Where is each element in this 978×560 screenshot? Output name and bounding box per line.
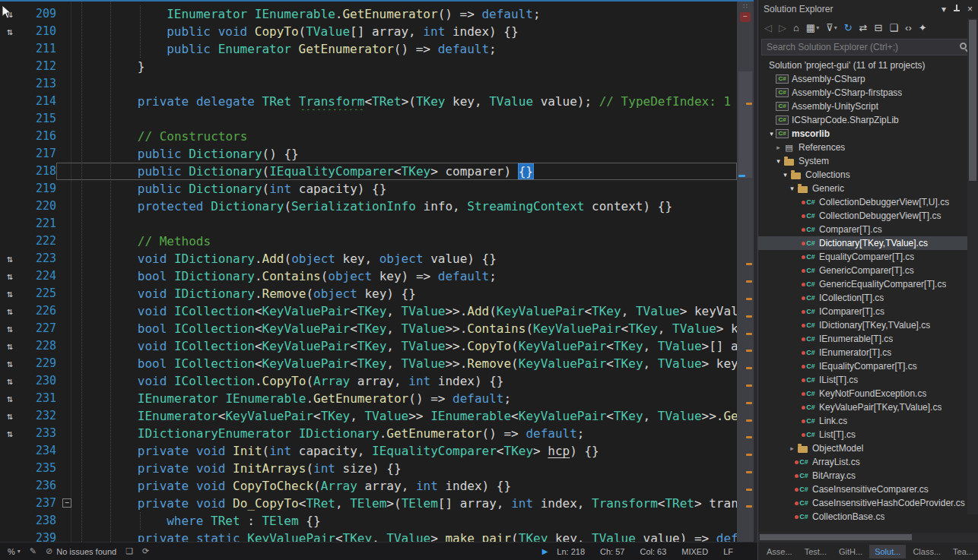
code-line[interactable]: 221 <box>0 215 737 233</box>
code-text[interactable]: void IDictionary.Remove(object key) {} <box>79 285 737 302</box>
code-text[interactable] <box>79 215 737 233</box>
code-text[interactable]: public Dictionary() {} <box>79 145 737 163</box>
code-text[interactable]: public Enumerator GetEnumerator() => def… <box>79 40 737 58</box>
issues-status[interactable]: ⊘ No issues found <box>46 546 116 556</box>
search-input[interactable] <box>761 39 973 55</box>
tree-item[interactable]: IEqualityComparer[T].cs <box>758 359 967 373</box>
collapse-region-button[interactable]: − <box>62 498 71 508</box>
code-line[interactable]: 234private void Init(int capacity, IEqua… <box>0 442 737 460</box>
code-line[interactable]: ⇅230void ICollection.CopyTo(Array array,… <box>0 372 737 390</box>
splitter-grip-icon[interactable]: ∷ <box>737 2 754 11</box>
tree-item[interactable]: ▸References <box>758 141 967 154</box>
panel-tab[interactable]: GitH... <box>834 545 868 558</box>
scrollbar-thumb[interactable] <box>738 71 752 178</box>
code-text[interactable]: IEnumerator IEnumerable.GetEnumerator() … <box>79 390 737 407</box>
implements-icon[interactable]: ⇅ <box>7 425 13 442</box>
tree-item[interactable]: IEnumerable[T].cs <box>758 332 967 346</box>
expand-chevron-icon[interactable]: ▾ <box>767 130 776 138</box>
code-line[interactable]: 239private static KeyValuePair<TKey, TVa… <box>0 530 737 542</box>
code-line[interactable]: 237−private void Do_CopyTo<TRet, TElem>(… <box>0 495 737 512</box>
code-line[interactable]: 238where TRet : TElem {} <box>0 512 737 530</box>
tree-item[interactable]: Link.cs <box>758 414 967 428</box>
code-line[interactable]: 219public Dictionary(int capacity) {} <box>0 180 737 198</box>
code-line[interactable]: 236private void CopyToCheck(Array array,… <box>0 477 737 495</box>
code-line[interactable]: ⇅224bool IDictionary.Contains(object key… <box>0 267 737 285</box>
sync-with-active-document-icon[interactable]: ⇄ <box>859 23 868 33</box>
tree-item[interactable]: Assembly-CSharp <box>758 72 967 86</box>
home-icon[interactable]: ⌂ <box>793 23 799 33</box>
code-text[interactable]: void ICollection.CopyTo(Array array, int… <box>79 372 737 390</box>
tree-item[interactable]: Comparer[T].cs <box>758 223 967 236</box>
tree-item[interactable]: Assembly-CSharp-firstpass <box>758 86 967 100</box>
implements-icon[interactable]: ⇅ <box>7 355 13 372</box>
code-line[interactable]: ⇅210public void CopyTo(TValue[] array, i… <box>0 23 737 40</box>
code-text[interactable]: void ICollection<KeyValuePair<TKey, TVal… <box>79 337 737 355</box>
code-text[interactable]: // Methods <box>79 233 737 250</box>
code-line[interactable]: 220protected Dictionary(SerializationInf… <box>0 198 737 215</box>
tree-item[interactable]: ▾mscorlib <box>758 127 967 141</box>
scrollbar-thumb[interactable] <box>760 534 912 540</box>
code-text[interactable]: private static KeyValuePair<TKey, TValue… <box>79 530 737 542</box>
tree-item[interactable]: GenericComparer[T].cs <box>758 264 967 277</box>
implements-icon[interactable]: ⇅ <box>7 337 13 355</box>
editor-scrollbar[interactable]: ∷ − <box>737 2 754 542</box>
forward-icon[interactable]: ▷ <box>779 23 786 33</box>
code-line[interactable]: 215 <box>0 110 737 128</box>
code-view-icon[interactable]: ‹› <box>905 23 912 33</box>
code-text[interactable]: bool ICollection<KeyValuePair<TKey, TVal… <box>79 320 737 337</box>
code-line[interactable]: 235private void InitArrays(int size) {} <box>0 460 737 477</box>
tree-item[interactable]: ICSharpCode.SharpZipLib <box>758 113 967 127</box>
expand-chevron-icon[interactable]: ▸ <box>774 144 783 151</box>
panel-tab[interactable]: Test... <box>799 545 832 558</box>
code-text[interactable]: where TRet : TElem {} <box>79 512 737 530</box>
panel-tab[interactable]: Solut... <box>869 545 906 558</box>
code-text[interactable]: IDictionaryEnumerator IDictionary.GetEnu… <box>79 425 737 442</box>
tree-item[interactable]: CollectionDebuggerView[T,U].cs <box>758 195 967 209</box>
implements-icon[interactable]: ⇅ <box>7 302 13 320</box>
tree-item[interactable]: KeyNotFoundException.cs <box>758 387 967 400</box>
implements-icon[interactable]: ⇅ <box>7 320 13 337</box>
tree-item[interactable]: CollectionDebuggerView[T].cs <box>758 209 967 223</box>
code-text[interactable] <box>79 75 737 93</box>
panel-tab[interactable]: Tea... <box>948 545 978 558</box>
tree-item[interactable]: KeyValuePair[TKey,TValue].cs <box>758 400 967 414</box>
show-all-files-icon[interactable]: ❏ <box>889 23 898 33</box>
tree-item[interactable]: ▸ObjectModel <box>758 441 967 455</box>
code-text[interactable]: private void InitArrays(int size) {} <box>79 460 737 477</box>
code-editor[interactable]: ⇅209IEnumerator IEnumerable.GetEnumerato… <box>0 2 737 542</box>
code-line[interactable]: ⇅228void ICollection<KeyValuePair<TKey, … <box>0 337 737 355</box>
expand-chevron-icon[interactable]: ▾ <box>788 185 796 192</box>
code-line[interactable]: 212} <box>0 58 737 75</box>
code-text[interactable]: public void CopyTo(TValue[] array, int i… <box>79 23 737 40</box>
tree-item[interactable]: IEnumerator[T].cs <box>758 346 967 359</box>
tree-item[interactable]: List[T].cs <box>758 428 967 441</box>
code-line[interactable]: 211public Enumerator GetEnumerator() => … <box>0 40 737 58</box>
code-text[interactable]: } <box>79 58 737 75</box>
refresh-icon[interactable]: ↻ <box>844 23 853 33</box>
code-text[interactable]: void ICollection<KeyValuePair<TKey, TVal… <box>79 302 737 320</box>
code-text[interactable]: public Dictionary(IEqualityComparer<TKey… <box>79 163 737 180</box>
code-line[interactable]: ⇅232IEnumerator<KeyValuePair<TKey, TValu… <box>0 407 737 425</box>
code-line[interactable]: ⇅233IDictionaryEnumerator IDictionary.Ge… <box>0 425 737 442</box>
scrollbar-thumb[interactable] <box>969 20 976 181</box>
code-line[interactable]: ⇅227bool ICollection<KeyValuePair<TKey, … <box>0 320 737 337</box>
code-line[interactable]: 217public Dictionary() {} <box>0 145 737 163</box>
implements-icon[interactable]: ⇅ <box>7 250 13 267</box>
implements-icon[interactable]: ⇅ <box>7 390 13 407</box>
code-text[interactable]: void IDictionary.Add(object key, object … <box>79 250 737 267</box>
code-text[interactable]: private delegate TRet Transform<TRet>(TK… <box>79 93 737 110</box>
filter-icon[interactable]: ⊽▾ <box>826 23 837 33</box>
tree-item[interactable]: EqualityComparer[T].cs <box>758 250 967 264</box>
code-line[interactable]: 218public Dictionary(IEqualityComparer<T… <box>0 163 737 180</box>
collapse-all-icon[interactable]: ⊟ <box>875 23 883 33</box>
tree-item[interactable]: IComparer[T].cs <box>758 305 967 318</box>
se-horizontal-scrollbar[interactable] <box>758 533 978 542</box>
code-line[interactable]: 213 <box>0 75 737 93</box>
tree-item[interactable]: IList[T].cs <box>758 373 967 387</box>
code-line[interactable]: 214private delegate TRet Transform<TRet>… <box>0 93 737 110</box>
back-icon[interactable]: ◁ <box>764 23 772 33</box>
panel-tab[interactable]: Asse... <box>761 545 798 558</box>
code-line[interactable]: ⇅209IEnumerator IEnumerable.GetEnumerato… <box>0 5 737 23</box>
code-text[interactable]: private void Init(int capacity, IEqualit… <box>79 442 737 460</box>
code-line[interactable]: 222// Methods <box>0 233 737 250</box>
